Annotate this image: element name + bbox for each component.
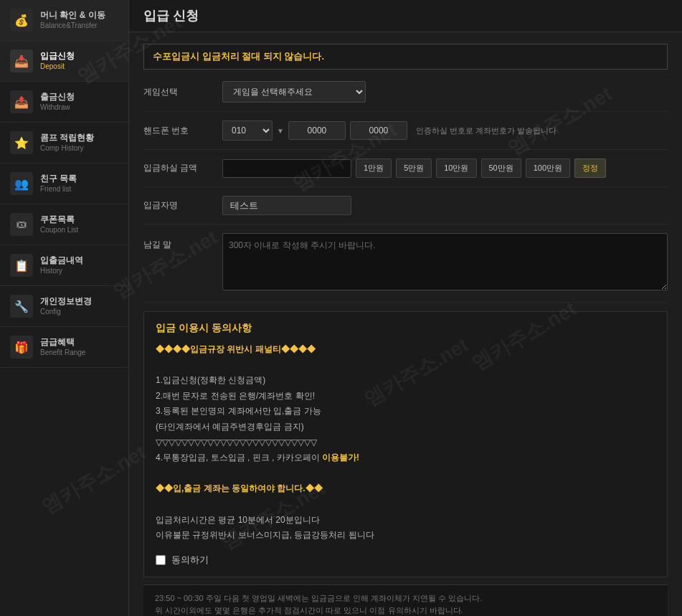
comp-icon: ⭐ xyxy=(10,131,33,154)
coupon-icon: 🎟 xyxy=(10,213,33,236)
terms-line-0: ◆◆◆◆입금규장 위반시 패널티◆◆◆◆ xyxy=(156,344,316,354)
comp-label-en: Comp History xyxy=(40,143,94,153)
sidebar-item-comp[interactable]: ⭐ 콤프 적립현황 Comp History xyxy=(0,123,128,164)
phone-part1-input[interactable] xyxy=(288,121,346,140)
footer-notice: 23:50 ~ 00:30 주일 다음 첫 영업일 새벽에는 입금금으로 인해 … xyxy=(143,584,668,616)
amount-control: 1만원 5만원 10만원 50만원 100만원 정정 xyxy=(222,158,668,178)
agree-label: 동의하기 xyxy=(171,554,209,567)
sidebar-item-friend[interactable]: 👥 친구 목록 Friend list xyxy=(0,164,128,204)
benefit-icon: 🎁 xyxy=(10,336,33,359)
balance-label-ko: 머니 확인 & 이동 xyxy=(40,10,105,22)
amount-btn-5man[interactable]: 5만원 xyxy=(396,158,432,178)
terms-line-7: 4.무통장입금, 토스입금 , 핀크 , 카카오페이 이용불가! xyxy=(156,452,359,463)
terms-line-12: 이유불문 규정위반시 보너스미지급, 등급강등처리 됩니다 xyxy=(156,530,374,540)
message-row: 남길 말 xyxy=(143,233,668,303)
sidebar-item-benefit[interactable]: 🎁 금급혜택 Benefit Range xyxy=(0,327,128,368)
withdraw-icon: 📤 xyxy=(10,90,33,113)
amount-btn-50man[interactable]: 50만원 xyxy=(481,158,521,178)
phone-prefix-select[interactable]: 010 xyxy=(222,120,273,141)
amount-btn-1man[interactable]: 1만원 xyxy=(356,158,392,178)
game-select-row: 게임선택 게임을 선택해주세요 xyxy=(143,81,668,112)
page-title: 입급 신청 xyxy=(143,7,668,24)
amount-label: 입금하실 금액 xyxy=(143,162,222,174)
config-icon: 🔧 xyxy=(10,295,33,318)
agree-row: 동의하기 xyxy=(156,554,655,567)
amount-input-group: 1만원 5만원 10만원 50만원 100만원 정정 xyxy=(222,158,668,178)
sidebar-item-balance[interactable]: 💰 머니 확인 & 이동 Balance&Transfer xyxy=(0,0,128,41)
phone-row: 핸드폰 번호 010 ▼ 인증하실 번호로 계좌번호가 발송됩니다 xyxy=(143,120,668,150)
name-label: 입금자명 xyxy=(143,199,222,212)
phone-hint: 인증하실 번호로 계좌번호가 발송됩니다 xyxy=(416,125,557,136)
amount-btn-100man[interactable]: 100만원 xyxy=(526,158,570,178)
sidebar-item-coupon[interactable]: 🎟 쿠폰목록 Coupon List xyxy=(0,204,128,245)
history-icon: 📋 xyxy=(10,254,33,277)
terms-line-9: ◆◆입,출금 계좌는 동일하여야 합니다.◆◆ xyxy=(156,483,323,493)
history-label-en: History xyxy=(40,266,83,275)
terms-line-4: 3.등록된 본인명의 계좌에서만 입,출금 가능 xyxy=(156,406,321,416)
balance-label-en: Balance&Transfer xyxy=(40,21,105,30)
page-header: 입급 신청 xyxy=(129,0,682,32)
coupon-label-en: Coupon List xyxy=(40,225,78,234)
deposit-icon: 📥 xyxy=(10,49,33,72)
terms-text: ◆◆◆◆입금규장 위반시 패널티◆◆◆◆ 1.입금신청(정확한 신청금액) 2.… xyxy=(156,342,655,544)
comp-label-ko: 콤프 적립현황 xyxy=(40,133,94,144)
terms-line-6: ▽▽▽▽▽▽▽▽▽▽▽▽▽▽▽▽▽▽▽▽▽▽▽▽▽ xyxy=(156,437,317,447)
phone-label: 핸드폰 번호 xyxy=(143,125,222,137)
terms-title: 입금 이용시 동의사항 xyxy=(156,322,655,335)
benefit-label-ko: 금급혜택 xyxy=(40,337,85,349)
friend-label-ko: 친구 목록 xyxy=(40,174,77,185)
terms-line-5: (타인계좌에서 예금주변경후입금 금지) xyxy=(156,422,304,432)
sidebar-item-withdraw[interactable]: 📤 출금신청 Withdraw xyxy=(0,82,128,123)
balance-icon: 💰 xyxy=(10,9,33,32)
phone-control: 010 ▼ 인증하실 번호로 계좌번호가 발송됩니다 xyxy=(222,120,668,141)
message-control xyxy=(222,233,668,293)
message-textarea[interactable] xyxy=(222,233,668,290)
benefit-label-en: Benefit Range xyxy=(40,348,85,357)
sidebar-item-config[interactable]: 🔧 개인정보변경 Config xyxy=(0,286,128,327)
name-input[interactable] xyxy=(222,196,351,215)
agree-checkbox[interactable] xyxy=(156,555,166,565)
coupon-label-ko: 쿠폰목록 xyxy=(40,214,78,226)
terms-line-2: 1.입금신청(정확한 신청금액) xyxy=(156,375,265,385)
name-control xyxy=(222,196,668,215)
history-label-ko: 입출금내역 xyxy=(40,255,83,267)
terms-line-3: 2.매번 문자로 전송된 은행/계좌번호 확인! xyxy=(156,391,315,401)
terms-section: 입금 이용시 동의사항 ◆◆◆◆입금규장 위반시 패널티◆◆◆◆ 1.입금신청(… xyxy=(143,311,668,577)
withdraw-label-en: Withdraw xyxy=(40,103,75,112)
amount-btn-10man[interactable]: 10만원 xyxy=(436,158,476,178)
deposit-label-en: Deposit xyxy=(40,62,75,71)
game-select-control: 게임을 선택해주세요 xyxy=(222,81,668,103)
config-label-ko: 개인정보변경 xyxy=(40,296,92,308)
terms-line-11: 입금처리시간은 평균 10분에서 20분입니다 xyxy=(156,515,320,525)
friend-icon: 👥 xyxy=(10,172,33,195)
phone-input-group: 010 ▼ 인증하실 번호로 계좌번호가 발송됩니다 xyxy=(222,120,668,141)
config-label-en: Config xyxy=(40,307,92,316)
footer-notice-text: 23:50 ~ 00:30 주일 다음 첫 영업일 새벽에는 입금금으로 인해 … xyxy=(155,594,482,615)
notice-bar: 수포입금시 입금처리 절대 되지 않습니다. xyxy=(143,44,668,70)
sidebar-item-history[interactable]: 📋 입출금내역 History xyxy=(0,245,128,286)
content-area: 수포입금시 입금처리 절대 되지 않습니다. 게임선택 게임을 선택해주세요 핸… xyxy=(129,32,682,616)
main-content: 입급 신청 수포입금시 입금처리 절대 되지 않습니다. 게임선택 게임을 선택… xyxy=(129,0,682,616)
name-row: 입금자명 xyxy=(143,196,668,224)
deposit-label-ko: 입급신청 xyxy=(40,51,75,62)
arrow-icon: ▼ xyxy=(277,127,284,135)
amount-input[interactable] xyxy=(222,159,351,178)
phone-part2-input[interactable] xyxy=(350,121,407,140)
sidebar: 💰 머니 확인 & 이동 Balance&Transfer 📥 입급신청 Dep… xyxy=(0,0,129,616)
sidebar-item-deposit[interactable]: 📥 입급신청 Deposit xyxy=(0,41,128,82)
message-label: 남길 말 xyxy=(143,233,222,251)
friend-label-en: Friend list xyxy=(40,184,77,194)
reset-button[interactable]: 정정 xyxy=(574,158,606,178)
withdraw-label-ko: 출금신청 xyxy=(40,92,75,103)
game-label: 게임선택 xyxy=(143,86,222,98)
amount-row: 입금하실 금액 1만원 5만원 10만원 50만원 100만원 정정 xyxy=(143,158,668,187)
game-select[interactable]: 게임을 선택해주세요 xyxy=(222,81,366,103)
